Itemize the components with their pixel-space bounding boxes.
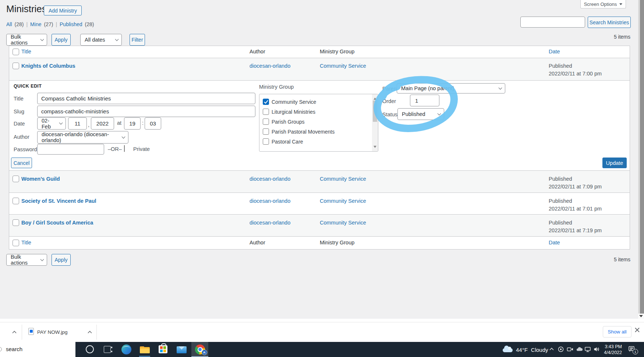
filter-button[interactable]: Filter <box>130 34 145 46</box>
row-checkbox[interactable] <box>13 176 19 182</box>
column-date[interactable]: Date <box>549 49 560 54</box>
cortana-icon[interactable] <box>86 345 94 353</box>
mail-icon[interactable] <box>177 346 187 353</box>
task-view-icon[interactable] <box>104 346 111 353</box>
table-footer-row: Title Author Ministry Group Date <box>9 236 630 249</box>
meet-now-icon[interactable] <box>567 346 574 353</box>
row-group-link[interactable]: Community Service <box>320 176 366 182</box>
private-checkbox[interactable] <box>124 145 125 152</box>
row-author-link[interactable]: diocesan-orlando <box>250 220 290 226</box>
microsoft-store-icon[interactable] <box>159 345 167 353</box>
filter-published-link[interactable]: Published <box>60 21 82 27</box>
network-icon[interactable] <box>584 346 591 353</box>
parent-select[interactable]: Main Page (no parent) <box>397 83 505 93</box>
hour-field[interactable] <box>124 117 141 130</box>
row-checkbox[interactable] <box>13 198 19 204</box>
list-item[interactable]: Liturgical Ministries <box>263 109 315 115</box>
taskbar-clock[interactable]: 3:43 PM 4/4/2022 <box>600 344 622 356</box>
row-checkbox[interactable] <box>13 63 19 69</box>
option-label: Parish Pastoral Movements <box>272 129 335 135</box>
at-text: at <box>117 120 121 126</box>
checkbox[interactable] <box>263 119 269 125</box>
row-date: Published 2022/02/11 at 7:09 pm <box>549 175 602 191</box>
scrollbar[interactable] <box>372 94 378 151</box>
password-label: Password <box>14 146 37 152</box>
slug-label: Slug <box>14 109 24 114</box>
row-status: Published <box>549 219 602 227</box>
minute-field[interactable] <box>145 117 161 130</box>
column-title[interactable]: Title <box>21 240 31 245</box>
row-author-link[interactable]: diocesan-orlando <box>250 198 290 204</box>
slug-field[interactable] <box>37 106 255 117</box>
row-author-link[interactable]: diocesan-orlando <box>250 63 290 69</box>
cancel-button[interactable]: Cancel <box>11 158 32 168</box>
show-all-button[interactable]: Show all <box>603 326 631 337</box>
all-dates-select[interactable]: All dates <box>80 34 122 46</box>
update-button[interactable]: Update <box>602 158 627 168</box>
chevron-down-icon <box>619 3 622 7</box>
taskbar-search-box[interactable]: search <box>0 342 75 357</box>
taskbar-search-text: search <box>6 346 22 352</box>
separator: | <box>26 21 28 27</box>
apply-button[interactable]: Apply <box>52 254 71 266</box>
row-title-link[interactable]: Knights of Columbus <box>21 63 75 69</box>
checkbox[interactable] <box>263 128 269 135</box>
select-all-checkbox[interactable] <box>13 240 19 246</box>
screen-options-button[interactable]: Screen Options <box>580 0 626 8</box>
row-group-link[interactable]: Community Service <box>320 198 366 204</box>
list-item[interactable]: Community Service <box>263 99 316 105</box>
image-file-icon <box>28 328 34 335</box>
file-explorer-icon[interactable] <box>140 346 150 353</box>
column-date[interactable]: Date <box>549 240 560 245</box>
filter-mine-link[interactable]: Mine <box>30 21 41 27</box>
table-row: Women’s Guild diocesan-orlando Community… <box>9 170 630 192</box>
status-select[interactable]: Published <box>397 108 444 120</box>
checkbox[interactable] <box>263 99 269 105</box>
filter-published-count: (28) <box>85 21 94 27</box>
row-title-link[interactable]: Society of St. Vincent de Paul <box>21 198 96 204</box>
checkbox[interactable] <box>263 138 269 145</box>
weather-widget[interactable]: 44°F Cloudy <box>516 347 548 353</box>
hidden-icons-chevron-icon[interactable] <box>548 346 555 353</box>
order-field[interactable] <box>410 95 439 106</box>
onedrive-icon[interactable] <box>576 346 583 353</box>
page-scrollbar[interactable] <box>638 0 644 319</box>
filter-all-link[interactable]: All <box>6 21 12 27</box>
edge-icon[interactable] <box>121 344 131 354</box>
bulk-actions-select[interactable]: Bulk actions <box>6 34 47 46</box>
download-filename[interactable]: PAY NOW.jpg <box>37 329 68 335</box>
row-date: Published 2022/02/11 at 7:01 pm <box>549 197 602 213</box>
scroll-up-icon[interactable] <box>374 96 376 100</box>
search-ministries-button[interactable]: Search Ministries <box>588 17 631 28</box>
author-select[interactable]: diocesan-orlando (diocesan-orlando) <box>37 131 128 144</box>
column-title[interactable]: Title <box>21 49 31 54</box>
list-item[interactable]: Parish Pastoral Movements <box>263 128 335 135</box>
speaker-icon[interactable] <box>593 346 600 353</box>
row-checkbox[interactable] <box>13 219 19 226</box>
scrollbar-thumb[interactable] <box>373 100 377 122</box>
scroll-down-icon[interactable] <box>374 146 376 149</box>
tray-record-icon[interactable] <box>558 346 564 353</box>
title-field[interactable] <box>37 93 255 104</box>
apply-button[interactable]: Apply <box>52 34 71 46</box>
row-author-link[interactable]: diocesan-orlando <box>250 176 290 182</box>
row-title-link[interactable]: Women’s Guild <box>21 176 60 182</box>
search-input[interactable] <box>520 17 585 28</box>
day-field[interactable] <box>68 117 87 130</box>
year-field[interactable] <box>91 117 114 130</box>
weather-cloud-icon[interactable] <box>503 348 513 352</box>
row-group-link[interactable]: Community Service <box>320 220 366 226</box>
select-all-checkbox[interactable] <box>13 49 19 55</box>
add-ministry-button[interactable]: Add Ministry <box>44 6 82 15</box>
password-field[interactable] <box>37 144 104 155</box>
month-select[interactable]: 02-Feb <box>37 117 66 130</box>
list-item[interactable]: Parish Groups <box>263 119 304 125</box>
download-item-menu-icon[interactable] <box>87 329 93 335</box>
close-icon[interactable] <box>634 327 640 333</box>
checkbox[interactable] <box>263 109 269 115</box>
bulk-actions-select[interactable]: Bulk actions <box>6 254 47 266</box>
list-item[interactable]: Pastoral Care <box>263 138 303 145</box>
row-group-link[interactable]: Community Service <box>320 63 366 69</box>
row-title-link[interactable]: Boy / Girl Scouts of America <box>21 220 93 226</box>
collapse-bar-icon[interactable] <box>11 329 17 335</box>
